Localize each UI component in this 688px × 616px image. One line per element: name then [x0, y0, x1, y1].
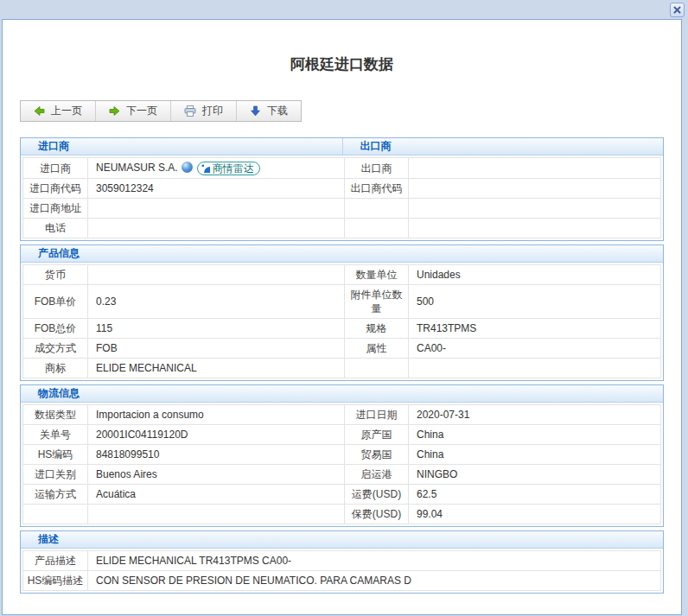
- field-value: ELIDE MECHANICAL TR413TPMS CA00-: [88, 551, 661, 571]
- toolbar: 上一页 下一页 打印 下载: [20, 100, 302, 122]
- table-row: FOB单价 0.23 附件单位数量 500: [23, 285, 661, 319]
- field-value: Unidades: [409, 265, 661, 285]
- field-value: China: [409, 425, 661, 445]
- table-row: 保费(USD) 99.04: [23, 505, 661, 524]
- section-title-logistics: 物流信息: [21, 385, 663, 402]
- field-value: 20001IC04119120D: [88, 425, 345, 445]
- section-description: 描述 产品描述 ELIDE MECHANICAL TR413TPMS CA00-…: [20, 530, 664, 594]
- field-value: FOB: [88, 339, 345, 359]
- table-row: 运输方式 Acuática 运费(USD) 62.5: [23, 485, 661, 505]
- field-label: FOB单价: [23, 285, 88, 319]
- field-value: 0.23: [88, 285, 345, 319]
- field-label: 原产国: [345, 425, 409, 445]
- field-label: [23, 505, 88, 524]
- field-label: 关单号: [23, 425, 88, 445]
- field-value: [88, 265, 345, 285]
- field-label: HS编码描述: [23, 571, 88, 591]
- page-background: { "window": { "close_icon": "close-icon"…: [0, 0, 688, 616]
- field-value: CON SENSOR DE PRESION DE NEUMATICO. PARA…: [88, 571, 661, 591]
- field-label: 商标: [23, 359, 88, 378]
- section-title-product: 产品信息: [21, 245, 663, 262]
- field-label: [345, 199, 409, 219]
- field-value: CA00-: [409, 339, 661, 359]
- field-label: 进口日期: [345, 405, 409, 425]
- next-page-label: 下一页: [126, 104, 157, 118]
- dialog: 阿根廷进口数据 上一页 下一页 打印: [2, 19, 682, 615]
- field-label: 数据类型: [23, 405, 88, 425]
- section-product-header: 产品信息: [21, 245, 663, 263]
- field-value: TR413TPMS: [409, 319, 661, 339]
- badge-label: 商情雷达: [213, 162, 254, 175]
- arrow-down-icon: [250, 105, 261, 117]
- product-table: 货币 数量单位 Unidades FOB单价 0.23 附件单位数量 500: [22, 264, 661, 378]
- section-parties: 进口商 出口商 进口商 NEUMASUR S.A.商情雷达 出口商: [20, 137, 664, 241]
- field-label: 保费(USD): [345, 505, 409, 524]
- section-title-importer: 进口商: [21, 138, 342, 155]
- field-value: 115: [88, 319, 345, 339]
- logistics-table: 数据类型 Importacion a consumo 进口日期 2020-07-…: [22, 404, 661, 524]
- prev-page-label: 上一页: [51, 104, 82, 118]
- table-row: FOB总价 115 规格 TR413TPMS: [23, 319, 661, 339]
- section-title-exporter: 出口商: [342, 138, 664, 155]
- section-title-description: 描述: [21, 531, 663, 548]
- field-value: Acuática: [88, 485, 345, 505]
- section-logistics: 物流信息 数据类型 Importacion a consumo 进口日期 202…: [20, 384, 664, 527]
- field-value: ELIDE MECHANICAL: [88, 359, 345, 378]
- print-button[interactable]: 打印: [170, 101, 236, 121]
- field-label: [345, 219, 409, 238]
- download-button[interactable]: 下载: [236, 101, 301, 121]
- field-value: [409, 359, 661, 378]
- field-label: 进口商: [23, 158, 88, 179]
- field-value: 3059012324: [88, 179, 345, 199]
- field-label: 规格: [345, 319, 409, 339]
- table-row: 关单号 20001IC04119120D 原产国 China: [23, 425, 661, 445]
- close-button[interactable]: [670, 3, 685, 17]
- field-value: [88, 199, 345, 219]
- field-label: 进口关别: [23, 465, 88, 485]
- field-label: 数量单位: [345, 265, 409, 285]
- page-title: 阿根廷进口数据: [3, 54, 681, 75]
- section-product: 产品信息 货币 数量单位 Unidades FOB单价 0.23: [20, 244, 664, 381]
- section-description-header: 描述: [21, 531, 663, 549]
- table-row: 进口商地址: [23, 199, 661, 219]
- table-row: HS编码描述 CON SENSOR DE PRESION DE NEUMATIC…: [23, 571, 661, 591]
- field-label: HS编码: [23, 445, 88, 465]
- field-label: 货币: [23, 265, 88, 285]
- field-label: 出口商代码: [345, 179, 409, 199]
- field-label: 进口商代码: [23, 179, 88, 199]
- table-row: 货币 数量单位 Unidades: [23, 265, 661, 285]
- section-parties-header: 进口商 出口商: [21, 138, 663, 156]
- field-label: 进口商地址: [23, 199, 88, 219]
- description-table: 产品描述 ELIDE MECHANICAL TR413TPMS CA00- HS…: [22, 550, 661, 591]
- field-label: [345, 359, 409, 378]
- business-radar-badge[interactable]: 商情雷达: [197, 162, 260, 175]
- next-page-button[interactable]: 下一页: [95, 101, 170, 121]
- printer-icon: [184, 105, 196, 117]
- close-icon: [672, 5, 682, 15]
- download-label: 下载: [267, 104, 288, 118]
- radar-icon: [201, 163, 211, 174]
- field-value: 84818099510: [88, 445, 345, 465]
- field-value: [88, 219, 345, 238]
- arrow-left-icon: [34, 105, 45, 117]
- table-row: 进口商 NEUMASUR S.A.商情雷达 出口商: [23, 158, 661, 179]
- field-value: 2020-07-31: [409, 405, 661, 425]
- field-value: [409, 158, 661, 179]
- table-row: 电话: [23, 219, 661, 238]
- table-row: 数据类型 Importacion a consumo 进口日期 2020-07-…: [23, 405, 661, 425]
- prev-page-button[interactable]: 上一页: [21, 101, 95, 121]
- table-row: 进口商代码 3059012324 出口商代码: [23, 179, 661, 199]
- section-logistics-header: 物流信息: [21, 385, 663, 403]
- importer-name: NEUMASUR S.A.: [96, 162, 178, 174]
- table-row: HS编码 84818099510 贸易国 China: [23, 445, 661, 465]
- field-value: 500: [409, 285, 661, 319]
- field-value: 62.5: [409, 485, 661, 505]
- table-row: 产品描述 ELIDE MECHANICAL TR413TPMS CA00-: [23, 551, 661, 571]
- globe-icon[interactable]: [182, 162, 193, 173]
- field-label: 运输方式: [23, 485, 88, 505]
- field-value: [409, 199, 661, 219]
- table-row: 进口关别 Buenos Aires 启运港 NINGBO: [23, 465, 661, 485]
- field-value: [88, 505, 345, 524]
- parties-table: 进口商 NEUMASUR S.A.商情雷达 出口商 进口商代码 30590123…: [22, 157, 661, 238]
- print-label: 打印: [202, 104, 223, 118]
